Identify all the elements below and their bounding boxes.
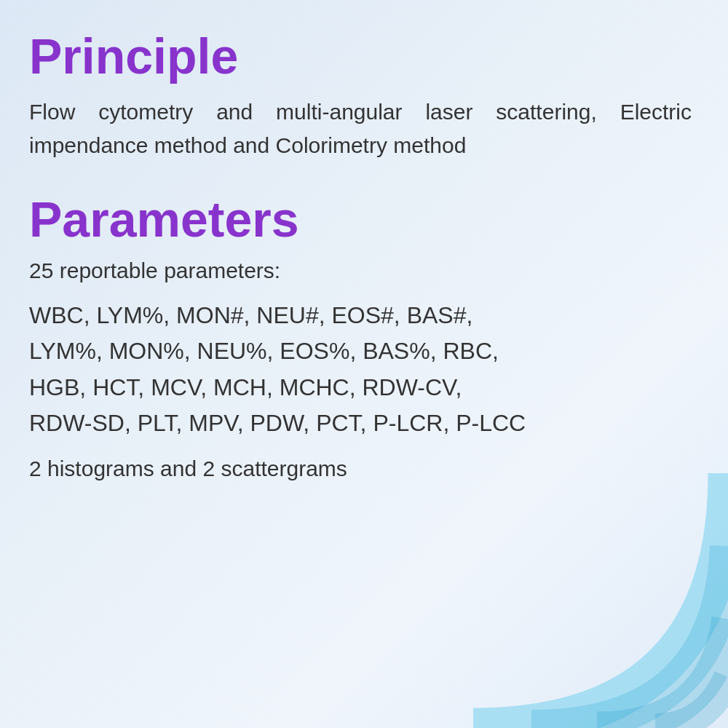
params-line4: RDW-SD, PLT, MPV, PDW, PCT, P-LCR, P-LCC bbox=[29, 410, 526, 436]
principle-section: Principle Flow cytometry and multi-angul… bbox=[29, 29, 692, 163]
parameters-title: Parameters bbox=[29, 192, 692, 247]
histograms-line: 2 histograms and 2 scattergrams bbox=[29, 456, 692, 481]
principle-body: Flow cytometry and multi-angular laser s… bbox=[29, 95, 692, 163]
principle-title: Principle bbox=[29, 29, 692, 84]
params-line2: LYM%, MON%, NEU%, EOS%, BAS%, RBC, bbox=[29, 338, 499, 364]
params-line1: WBC, LYM%, MON#, NEU#, EOS#, BAS#, bbox=[29, 302, 472, 328]
params-line3: HGB, HCT, MCV, MCH, MCHC, RDW-CV, bbox=[29, 374, 462, 400]
parameters-section: Parameters 25 reportable parameters: WBC… bbox=[29, 192, 692, 481]
reportable-count: 25 reportable parameters: bbox=[29, 258, 692, 283]
main-content: Principle Flow cytometry and multi-angul… bbox=[0, 0, 728, 510]
params-list: WBC, LYM%, MON#, NEU#, EOS#, BAS#, LYM%,… bbox=[29, 298, 692, 442]
